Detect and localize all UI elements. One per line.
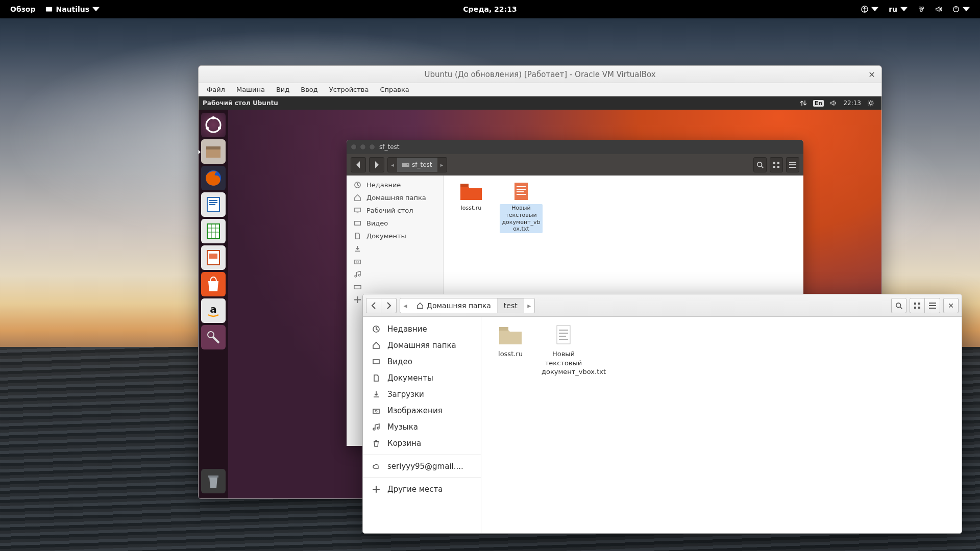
guest-keyboard-indicator[interactable]: En <box>810 96 827 110</box>
sidebar-item-sf-test[interactable] <box>347 281 443 293</box>
file-item-label: Новый текстовый документ_vbox.txt <box>542 349 585 377</box>
vbox-titlebar[interactable]: Ubuntu (До обновления) [Работает] - Orac… <box>199 66 881 83</box>
view-button-group <box>910 298 940 313</box>
sidebar-item-downloads[interactable]: Загрузки <box>363 386 481 403</box>
sidebar-item-account[interactable]: seriyyy95@gmail.... <box>363 458 481 474</box>
launcher-dash[interactable] <box>201 113 226 137</box>
network-icon <box>918 6 925 13</box>
guest-network-indicator[interactable] <box>797 96 810 110</box>
guest-clock[interactable]: 22:13 <box>840 96 864 110</box>
svg-rect-18 <box>208 475 218 478</box>
launcher-files[interactable] <box>201 139 226 164</box>
sidebar-item-documents[interactable]: Документы <box>347 230 443 242</box>
chevron-down-icon <box>900 6 908 13</box>
window-maximize-button[interactable] <box>369 144 375 150</box>
folder-icon <box>498 324 523 346</box>
sidebar-item-downloads[interactable] <box>347 242 443 255</box>
search-button[interactable] <box>753 157 767 172</box>
forward-button[interactable] <box>381 298 397 313</box>
sidebar-item-videos[interactable]: Видео <box>347 217 443 230</box>
launcher-firefox[interactable] <box>201 166 226 190</box>
forward-button[interactable] <box>369 157 384 172</box>
network-indicator[interactable] <box>913 0 930 18</box>
launcher-amazon[interactable]: a <box>201 298 226 323</box>
guest-naut-headerbar: ◂ sf_test ▸ <box>347 154 803 176</box>
desktop-icon <box>354 207 361 214</box>
vbox-menu-file[interactable]: Файл <box>202 85 230 94</box>
svg-point-21 <box>757 162 762 167</box>
sidebar-item-trash[interactable]: Корзина <box>363 435 481 452</box>
sidebar-item-recent[interactable]: Недавние <box>347 179 443 191</box>
path-segment-test[interactable]: test <box>498 298 524 313</box>
nautilus-icon <box>45 6 53 13</box>
launcher-calc[interactable] <box>201 219 226 243</box>
sidebar-item-desktop[interactable]: Рабочий стол <box>347 204 443 217</box>
guest-gear-indicator[interactable] <box>864 96 877 110</box>
launcher-impress[interactable] <box>201 245 226 270</box>
vbox-menu-help[interactable]: Справка <box>375 85 414 94</box>
view-grid-button[interactable] <box>770 157 783 172</box>
vbox-menu-view[interactable]: Вид <box>271 85 295 94</box>
vbox-menu-devices[interactable]: Устройства <box>324 85 374 94</box>
hamburger-menu-button[interactable] <box>786 157 799 172</box>
guest-naut-titlebar[interactable]: sf_test <box>347 140 803 154</box>
sidebar-separator <box>363 455 481 455</box>
path-overflow-right[interactable]: ▸ <box>524 302 534 310</box>
svg-rect-23 <box>777 162 779 164</box>
launcher-software[interactable] <box>201 272 226 296</box>
accessibility-menu[interactable] <box>856 0 884 18</box>
drive-icon <box>354 283 361 291</box>
vbox-menu-machine[interactable]: Машина <box>231 85 270 94</box>
vbox-close-button[interactable]: ✕ <box>866 69 877 80</box>
clock[interactable]: Среда, 22:13 <box>463 5 517 13</box>
guest-volume-indicator[interactable] <box>827 96 840 110</box>
nav-button-group <box>366 298 397 313</box>
sidebar-item-home[interactable]: Домашняя папка <box>347 191 443 204</box>
svg-rect-37 <box>914 307 916 309</box>
sidebar-item-videos[interactable]: Видео <box>363 354 481 370</box>
window-minimize-button[interactable] <box>360 144 366 150</box>
path-segment-sf-test[interactable]: sf_test <box>397 158 437 172</box>
sidebar-item-pictures[interactable]: Изображения <box>363 403 481 419</box>
sidebar-item-music[interactable] <box>347 268 443 281</box>
host-naut-headerbar[interactable]: ◂ Домашняя папка test ▸ ✕ <box>363 294 962 317</box>
launcher-trash[interactable] <box>201 469 226 493</box>
sidebar-item-label: Домашняя папка <box>366 194 426 202</box>
sidebar-item-pictures[interactable] <box>347 255 443 268</box>
window-close-button[interactable] <box>351 144 357 150</box>
sidebar-item-recent[interactable]: Недавние <box>363 321 481 337</box>
current-app-menu[interactable]: Nautilus <box>40 0 105 18</box>
keyboard-layout-menu[interactable]: ru <box>884 0 913 18</box>
vbox-menu-input[interactable]: Ввод <box>296 85 323 94</box>
path-overflow-left[interactable]: ◂ <box>388 162 397 168</box>
sidebar-separator <box>363 478 481 478</box>
sidebar-item-home[interactable]: Домашняя папка <box>363 337 481 354</box>
view-grid-button[interactable] <box>910 298 925 313</box>
volume-indicator[interactable] <box>930 0 947 18</box>
path-segment-home[interactable]: Домашняя папка <box>410 298 498 313</box>
host-naut-file-area[interactable]: losst.ru Новый текстовый документ_vbox.t… <box>481 317 962 533</box>
sidebar-item-documents[interactable]: Документы <box>363 370 481 386</box>
back-button[interactable] <box>366 298 381 313</box>
launcher-settings[interactable] <box>201 325 226 349</box>
file-item-folder[interactable]: losst.ru <box>450 182 493 212</box>
hamburger-menu-button[interactable] <box>925 298 940 313</box>
file-item-text[interactable]: Новый текстовый документ_vbox.txt <box>500 182 543 233</box>
search-button[interactable] <box>891 298 906 313</box>
download-icon <box>354 245 361 253</box>
file-item-folder[interactable]: losst.ru <box>488 324 532 359</box>
launcher-writer[interactable] <box>201 192 226 217</box>
file-item-text[interactable]: Новый текстовый документ_vbox.txt <box>542 324 585 377</box>
video-icon <box>372 358 380 366</box>
path-overflow-right[interactable]: ▸ <box>437 162 447 168</box>
window-close-button[interactable]: ✕ <box>943 298 959 313</box>
path-overflow-left[interactable]: ◂ <box>400 302 410 310</box>
sidebar-item-label: Видео <box>366 219 388 227</box>
sidebar-item-music[interactable]: Музыка <box>363 419 481 435</box>
system-menu[interactable] <box>947 0 975 18</box>
activities-button[interactable]: Обзор <box>5 0 40 18</box>
search-icon <box>895 302 902 309</box>
back-button[interactable] <box>351 157 366 172</box>
sidebar-item-other-places[interactable]: Другие места <box>363 481 481 497</box>
unity-panel-title: Рабочий стол Ubuntu <box>203 99 278 107</box>
